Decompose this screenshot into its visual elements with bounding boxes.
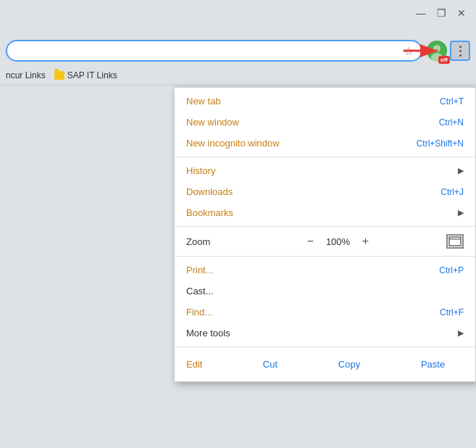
menu-section-browse: History ▶ Downloads Ctrl+J Bookmarks ▶ <box>175 157 475 227</box>
submenu-arrow-icon: ▶ <box>458 328 464 338</box>
cut-button[interactable]: Cut <box>251 356 289 373</box>
menu-shortcut: Ctrl+P <box>439 265 464 275</box>
edit-actions: Cut Copy Paste <box>233 356 475 373</box>
menu-item-bookmarks[interactable]: Bookmarks ▶ <box>175 202 475 223</box>
menu-item-label: New window <box>186 117 239 128</box>
menu-button[interactable] <box>450 41 470 61</box>
restore-button[interactable]: ❐ <box>435 7 447 19</box>
menu-item-label: New incognito window <box>186 138 280 149</box>
menu-shortcut: Ctrl+N <box>439 117 464 128</box>
arrow-indicator <box>401 42 444 59</box>
dot-icon <box>459 46 462 48</box>
menu-shortcut: Ctrl+J <box>440 187 464 197</box>
menu-item-label: New tab <box>186 96 221 107</box>
menu-item-more-tools[interactable]: More tools ▶ <box>175 323 475 344</box>
title-bar: — ❐ ✕ <box>0 0 476 36</box>
menu-shortcut: Ctrl+Shift+N <box>417 138 464 149</box>
zoom-in-button[interactable]: + <box>359 235 373 248</box>
menu-item-print[interactable]: Print... Ctrl+P <box>175 260 475 281</box>
menu-shortcut: Ctrl+T <box>440 96 464 107</box>
menu-item-incognito[interactable]: New incognito window Ctrl+Shift+N <box>175 133 475 154</box>
menu-item-label: Find... <box>186 307 212 318</box>
close-button[interactable]: ✕ <box>456 7 467 19</box>
bookmark-item-ncur[interactable]: ncur Links <box>6 70 46 80</box>
menu-item-label: Downloads <box>186 186 233 197</box>
folder-icon <box>54 71 64 80</box>
zoom-row: Zoom − 100% + <box>175 230 475 253</box>
menu-section-zoom: Zoom − 100% + <box>175 227 475 257</box>
submenu-arrow-icon: ▶ <box>458 208 464 217</box>
menu-section-tools: Print... Ctrl+P Cast... Find... Ctrl+F M… <box>175 257 475 347</box>
menu-item-new-window[interactable]: New window Ctrl+N <box>175 112 475 133</box>
menu-item-cast[interactable]: Cast... <box>175 281 475 302</box>
address-bar[interactable]: ☆ <box>6 40 422 62</box>
edit-label: Edit <box>175 354 233 374</box>
copy-button[interactable]: Copy <box>327 356 372 373</box>
menu-item-label: Print... <box>186 265 214 275</box>
dot-icon <box>459 50 462 52</box>
fullscreen-icon <box>448 236 462 246</box>
menu-item-label: Bookmarks <box>186 207 233 218</box>
minimize-button[interactable]: — <box>415 7 427 19</box>
edit-row: Edit Cut Copy Paste <box>175 350 475 378</box>
zoom-controls: − 100% + <box>304 235 373 248</box>
bookmarks-bar: ncur Links SAP IT Links <box>0 65 476 86</box>
fullscreen-button[interactable] <box>446 234 464 249</box>
bookmark-label: ncur Links <box>6 70 46 80</box>
menu-item-history[interactable]: History ▶ <box>175 160 475 181</box>
menu-item-label: More tools <box>186 328 230 339</box>
menu-item-label: History <box>186 165 215 176</box>
menu-section-edit: Edit Cut Copy Paste <box>175 347 475 381</box>
submenu-arrow-icon: ▶ <box>458 166 464 175</box>
menu-item-label: Cast... <box>186 286 214 296</box>
bookmark-item-sap[interactable]: SAP IT Links <box>54 70 117 80</box>
svg-rect-5 <box>449 237 461 246</box>
dot-icon <box>459 54 462 57</box>
window-controls: — ❐ ✕ <box>415 7 467 19</box>
bookmark-label: SAP IT Links <box>67 70 117 80</box>
red-arrow-icon <box>401 42 444 59</box>
zoom-out-button[interactable]: − <box>304 235 318 248</box>
menu-section-new: New tab Ctrl+T New window Ctrl+N New inc… <box>175 88 475 157</box>
menu-shortcut: Ctrl+F <box>440 307 464 318</box>
zoom-label: Zoom <box>186 236 230 247</box>
zoom-value: 100% <box>325 236 351 247</box>
context-menu: New tab Ctrl+T New window Ctrl+N New inc… <box>174 87 476 382</box>
menu-item-new-tab[interactable]: New tab Ctrl+T <box>175 91 475 112</box>
menu-item-find[interactable]: Find... Ctrl+F <box>175 302 475 323</box>
menu-item-downloads[interactable]: Downloads Ctrl+J <box>175 181 475 202</box>
paste-button[interactable]: Paste <box>409 356 456 373</box>
